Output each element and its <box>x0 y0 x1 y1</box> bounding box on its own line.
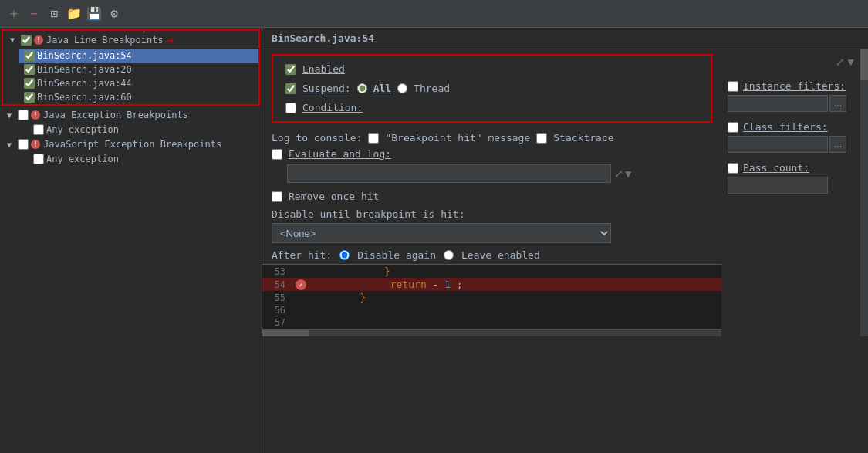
save-icon[interactable]: 💾 <box>86 6 102 22</box>
js-exc-any-checkbox[interactable] <box>33 154 44 164</box>
stacktrace-checkbox[interactable] <box>536 133 547 144</box>
java-exc-any-label: Any exception <box>46 124 119 135</box>
item-1-label: BinSearch.java:20 <box>37 64 132 75</box>
suspend-checkbox[interactable] <box>285 83 296 94</box>
java-exc-any[interactable]: Any exception <box>28 123 262 137</box>
item-0-checkbox[interactable] <box>24 50 35 61</box>
class-filters-group: Class filters: ... <box>728 121 854 153</box>
java-exc-any-checkbox[interactable] <box>33 124 44 135</box>
breakpoint-dot-54 <box>296 279 306 290</box>
brace-53: } <box>312 265 390 277</box>
toggle-java-line[interactable]: ▼ <box>6 34 19 46</box>
item-1-checkbox[interactable] <box>24 64 35 75</box>
breakpoint-hit-label: "Breakpoint hit" message <box>385 132 530 144</box>
toolbar: + − ⊡ 📁 💾 ⚙ <box>0 0 868 28</box>
line-number-57: 57 <box>262 317 293 328</box>
left-panel: ▼ Java Line Breakpoints → BinSearch.java… <box>0 28 262 453</box>
disable-select[interactable]: <None> <box>272 223 611 243</box>
h-scrollbar-thumb[interactable] <box>262 330 309 336</box>
line-number-56: 56 <box>262 305 293 316</box>
suspend-all-radio[interactable] <box>357 83 367 93</box>
expand-icon-2[interactable]: ▼ <box>625 167 631 180</box>
item-2-checkbox[interactable] <box>24 78 35 89</box>
remove-once-checkbox[interactable] <box>272 191 282 202</box>
breakpoint-hit-checkbox[interactable] <box>368 133 379 144</box>
suspend-thread-radio[interactable] <box>397 83 407 93</box>
tree-item-1[interactable]: BinSearch.java:20 <box>19 63 258 76</box>
minus-54: - <box>433 279 439 290</box>
java-line-breakpoints-group: ▼ Java Line Breakpoints → BinSearch.java… <box>2 29 260 106</box>
pass-count-checkbox[interactable] <box>728 163 738 174</box>
disable-again-radio[interactable] <box>339 250 350 260</box>
code-line-53: 53 } <box>262 265 721 278</box>
instance-filters-input[interactable] <box>728 95 828 112</box>
evaluate-input[interactable] <box>287 164 611 183</box>
enabled-checkbox[interactable] <box>285 64 296 75</box>
expand-icon-tr[interactable]: ▼ <box>848 56 854 68</box>
after-hit-row: After hit: Disable again Leave enabled <box>262 246 721 264</box>
java-exc-icon <box>31 110 40 120</box>
evaluate-row: Evaluate and log: <box>272 148 712 160</box>
js-exc-checkbox[interactable] <box>18 139 29 150</box>
tree-item-0[interactable]: BinSearch.java:54 <box>19 49 258 63</box>
suspend-thread-label: Thread <box>414 83 450 94</box>
item-2-label: BinSearch.java:44 <box>37 78 132 89</box>
code-line-54: 54 return - 1 ; <box>262 278 721 291</box>
item-3-checkbox[interactable] <box>24 92 35 103</box>
code-line-56: 56 <box>262 304 721 316</box>
suspend-all-label: All <box>373 83 391 94</box>
config-box: Enabled Suspend: All Thread <box>272 54 712 123</box>
expand-icon-tl[interactable]: ⤢ <box>836 56 845 68</box>
log-to-console-label: Log to console: <box>272 132 362 144</box>
class-filters-input[interactable] <box>728 136 828 153</box>
right-scrollbar[interactable] <box>860 49 868 336</box>
settings-icon[interactable]: ⚙ <box>106 6 122 22</box>
condition-checkbox[interactable] <box>285 103 296 113</box>
condition-row: Condition: <box>285 102 698 113</box>
red-arrow: → <box>167 32 174 47</box>
evaluate-label: Evaluate and log: <box>289 148 391 160</box>
class-filters-checkbox[interactable] <box>728 122 738 133</box>
line-number-54: 54 <box>262 279 293 290</box>
expand-icon-1[interactable]: ⤢ <box>614 167 623 180</box>
js-exc-any-label: Any exception <box>46 154 119 164</box>
suspend-row: Suspend: All Thread <box>285 83 698 94</box>
leave-enabled-radio[interactable] <box>444 250 454 260</box>
add-icon[interactable]: + <box>6 6 22 22</box>
java-exc-checkbox[interactable] <box>18 110 29 120</box>
js-exception-header[interactable]: ▼ JavaScript Exception Breakpoints <box>0 137 262 152</box>
return-keyword: return <box>390 279 427 290</box>
toggle-js-exc[interactable]: ▼ <box>3 138 15 150</box>
group-icon[interactable]: ⊡ <box>46 6 62 22</box>
line-breakpoint-54 <box>293 279 309 290</box>
java-line-checkbox[interactable] <box>21 35 32 46</box>
instance-filters-checkbox[interactable] <box>728 81 738 92</box>
line-number-55: 55 <box>262 292 293 303</box>
java-exception-header[interactable]: ▼ Java Exception Breakpoints <box>0 107 262 123</box>
code-area: 53 } 54 <box>262 264 721 336</box>
eval-expand-icons: ⤢ ▼ <box>614 167 631 180</box>
scrollbar-thumb[interactable] <box>860 49 868 80</box>
condition-label: Condition: <box>302 102 363 113</box>
instance-filters-label: Instance filters: <box>743 80 846 92</box>
toggle-java-exc[interactable]: ▼ <box>3 109 15 121</box>
js-exception-breakpoints-group: ▼ JavaScript Exception Breakpoints Any e… <box>0 137 262 166</box>
pass-count-label: Pass count: <box>743 162 809 174</box>
class-filters-btn[interactable]: ... <box>829 136 846 153</box>
tree-item-3[interactable]: BinSearch.java:60 <box>19 90 258 104</box>
class-filters-label: Class filters: <box>743 121 828 133</box>
pass-count-input[interactable] <box>728 177 828 194</box>
enabled-row: Enabled <box>285 63 698 75</box>
tree-item-2[interactable]: BinSearch.java:44 <box>19 76 258 90</box>
instance-filters-btn[interactable]: ... <box>829 95 846 112</box>
java-line-breakpoints-header[interactable]: ▼ Java Line Breakpoints → <box>3 31 258 49</box>
evaluate-checkbox[interactable] <box>272 149 282 160</box>
js-exc-any[interactable]: Any exception <box>28 152 262 166</box>
remove-icon[interactable]: − <box>26 6 42 22</box>
disable-until-label: Disable until breakpoint is hit: <box>272 208 712 220</box>
item-0-label: BinSearch.java:54 <box>37 50 132 61</box>
after-hit-label: After hit: <box>272 249 332 261</box>
line-number-53: 53 <box>262 266 293 277</box>
bookmark-icon[interactable]: 📁 <box>66 6 82 22</box>
remove-once-label: Remove once hit <box>289 191 379 202</box>
